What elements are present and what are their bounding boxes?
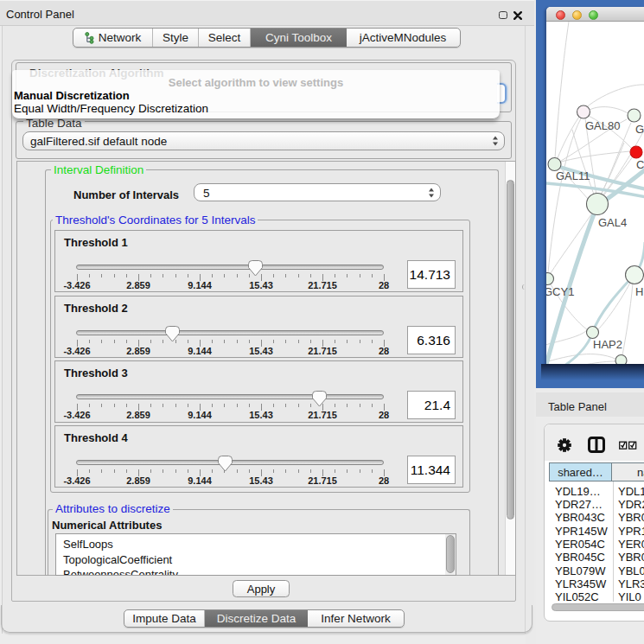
svg-text:GCY1: GCY1 bbox=[546, 285, 574, 298]
svg-text:GAL4: GAL4 bbox=[598, 216, 627, 229]
svg-text:H: H bbox=[635, 285, 643, 298]
svg-text:HAP2: HAP2 bbox=[593, 338, 622, 351]
svg-text:GAL80: GAL80 bbox=[585, 119, 620, 132]
svg-text:GA: GA bbox=[635, 123, 644, 136]
svg-text:GAL11: GAL11 bbox=[556, 169, 590, 182]
svg-text:C: C bbox=[636, 158, 644, 171]
